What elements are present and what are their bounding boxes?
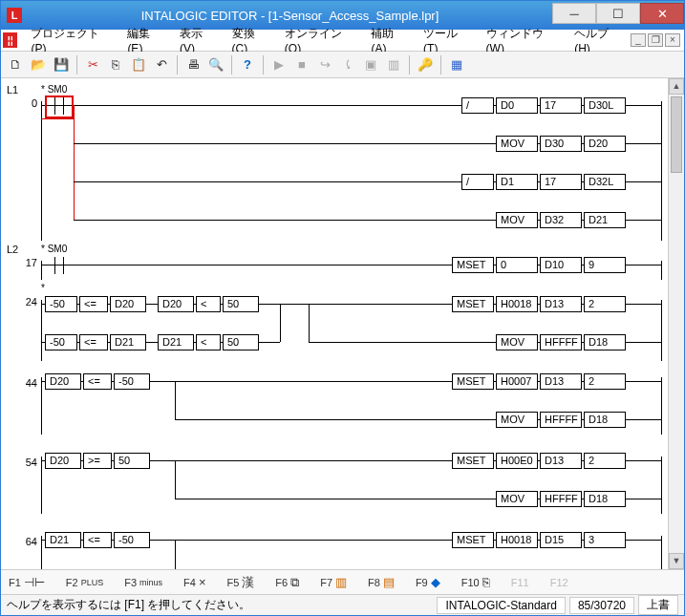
cmp-arg[interactable]: -50 [114,373,150,390]
instr-arg[interactable]: D21 [584,212,626,228]
window-icon[interactable]: ▦ [446,54,467,75]
new-icon[interactable]: 🗋 [5,54,26,75]
fkey-f4[interactable]: F4× [183,575,205,589]
mdi-close-icon[interactable]: × [665,33,680,47]
instr-arg[interactable]: D32 [540,212,582,228]
cmp-arg[interactable]: D20 [45,453,81,469]
save-icon[interactable]: 💾 [51,54,72,75]
instr-arg[interactable]: H0018 [496,296,538,312]
instr-arg[interactable]: D30 [540,136,582,152]
instr-arg[interactable]: H0018 [496,532,538,548]
undo-icon[interactable]: ↶ [151,54,172,75]
fkey-f10[interactable]: F10⎘ [461,575,490,589]
instr-op[interactable]: MOV [496,136,538,152]
instr-arg[interactable]: HFFFF [540,334,582,350]
fkey-f2[interactable]: F2PLUS [66,577,103,588]
fkey-f6[interactable]: F6⧉ [275,575,299,590]
cmp-op[interactable]: <= [83,373,112,390]
cmp-arg[interactable]: -50 [114,532,150,548]
preview-icon[interactable]: 🔍 [205,54,226,75]
instr-arg[interactable]: D20 [584,136,626,152]
instr-arg[interactable]: 17 [540,174,582,190]
run-icon[interactable]: ▶ [268,54,289,75]
fkey-f9[interactable]: F9◆ [416,575,440,589]
cmp-arg[interactable]: D20 [45,373,81,390]
cmp-arg[interactable]: D21 [45,532,81,548]
monitor-icon[interactable]: ▣ [360,54,381,75]
instr-op[interactable]: MOV [496,212,538,228]
scroll-thumb[interactable] [671,96,682,173]
cmp-arg[interactable]: D20 [158,296,194,312]
cmp-op[interactable]: <= [79,296,108,312]
instr-op[interactable]: MOV [496,334,538,350]
instr-op[interactable]: MSET [452,296,494,312]
instr-arg[interactable]: D13 [540,296,582,312]
scroll-up-icon[interactable]: ▲ [669,78,684,95]
open-icon[interactable]: 📂 [28,54,49,75]
stop-icon[interactable]: ■ [291,54,312,75]
instr-arg[interactable]: 2 [584,296,626,312]
cmp-arg[interactable]: 50 [114,453,150,469]
instr-op[interactable]: / [461,97,494,114]
instr-arg[interactable]: D15 [540,532,582,548]
cmp-op[interactable]: < [196,296,221,312]
instr-arg[interactable]: H0007 [496,373,538,390]
cmp-op[interactable]: < [196,334,221,350]
cmp-op[interactable]: >= [83,453,112,469]
break-icon[interactable]: ⤹ [337,54,358,75]
instr-arg[interactable]: 3 [584,532,626,548]
cmp-op[interactable]: <= [79,334,108,350]
cmp-arg[interactable]: -50 [45,334,77,350]
cut-icon[interactable]: ✂ [82,54,103,75]
cmp-arg[interactable]: 50 [223,296,259,312]
instr-arg[interactable]: D10 [540,257,582,273]
scroll-down-icon[interactable]: ▼ [669,553,684,569]
help-icon[interactable]: ? [237,54,258,75]
fkey-f7[interactable]: F7▥ [320,575,347,589]
instr-arg[interactable]: 2 [584,373,626,390]
instr-arg[interactable]: H00E0 [496,453,538,469]
instr-arg[interactable]: D13 [540,453,582,469]
maximize-button[interactable]: ☐ [596,3,640,24]
instr-arg[interactable]: D30L [584,97,626,114]
mdi-restore-icon[interactable]: ❐ [648,33,663,47]
minimize-button[interactable]: ─ [552,3,596,24]
step-icon[interactable]: ↪ [314,54,335,75]
register-icon[interactable]: ▥ [383,54,404,75]
fkey-f8[interactable]: F8▤ [368,575,395,589]
instr-arg[interactable]: 9 [584,257,626,273]
key-icon[interactable]: 🔑 [415,54,436,75]
instr-arg[interactable]: D18 [584,491,626,507]
instr-op[interactable]: MSET [452,532,494,548]
cmp-arg[interactable]: D20 [110,296,146,312]
instr-op[interactable]: MSET [452,257,494,273]
cmp-arg[interactable]: 50 [223,334,259,350]
mdi-minimize-icon[interactable]: _ [631,33,646,47]
fkey-f5[interactable]: F5漢 [227,574,255,591]
instr-arg[interactable]: D13 [540,373,582,390]
cmp-op[interactable]: <= [83,532,112,548]
close-button[interactable]: ✕ [640,3,684,24]
instr-arg[interactable]: HFFFF [540,491,582,507]
vertical-scrollbar[interactable]: ▲ ▼ [668,78,684,569]
print-icon[interactable]: 🖶 [182,54,203,75]
instr-arg[interactable]: 2 [584,453,626,469]
instr-arg[interactable]: D32L [584,174,626,190]
cmp-arg[interactable]: D21 [158,334,194,350]
instr-op[interactable]: MSET [452,453,494,469]
fkey-f3[interactable]: F3minus [124,577,162,588]
instr-arg[interactable]: D18 [584,412,626,428]
instr-op[interactable]: MSET [452,373,494,390]
instr-arg[interactable]: 17 [540,97,582,114]
ladder-canvas[interactable]: L1 0 * SM0 / D0 17 D30L [1,78,668,569]
instr-arg[interactable]: D18 [584,334,626,350]
instr-arg[interactable]: 0 [496,257,538,273]
cmp-arg[interactable]: D21 [110,334,146,350]
instr-op[interactable]: MOV [496,412,538,428]
fkey-f1[interactable]: F1⊣⊢ [9,575,45,589]
instr-arg[interactable]: HFFFF [540,412,582,428]
instr-arg[interactable]: D0 [496,97,538,114]
instr-op[interactable]: MOV [496,491,538,507]
cmp-arg[interactable]: -50 [45,296,77,312]
copy-icon[interactable]: ⎘ [105,54,126,75]
